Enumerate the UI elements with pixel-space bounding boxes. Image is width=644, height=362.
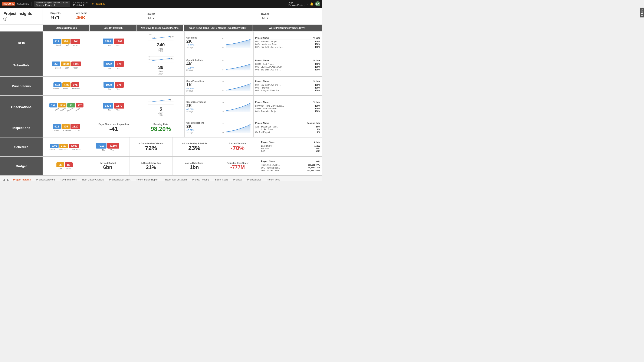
svg-text:2K: 2K: [222, 37, 224, 39]
project-selector[interactable]: Select a Project ▼: [36, 4, 68, 6]
table-row[interactable]: S-004 - Midtown Store 100%: [255, 107, 320, 110]
table-row[interactable]: A01 - Sweetriver Facili... 50%: [255, 125, 320, 128]
projects-stat: Projects 971: [42, 8, 68, 24]
obs-trend-cell[interactable]: Open Observations 2K +3.01% 28 days 2K 2…: [184, 96, 253, 118]
table-row[interactable]: 006 - Arlington Water Tre... 100%: [255, 89, 320, 92]
rfis-status-cell[interactable]: 811 376 1804 Closed Draft Open: [42, 31, 90, 54]
col-header-late: Late Drillthrough: [90, 25, 136, 31]
punch-status-cell[interactable]: 623 476 975 Closed Open Overdue: [42, 77, 90, 95]
budget-status-cell[interactable]: 25 83 Over Under: [42, 157, 86, 175]
owner-filter-value[interactable]: All ∨: [262, 16, 268, 20]
table-row[interactable]: 002 - Healthcare Project 100%: [255, 43, 320, 46]
insp-trend-cell[interactable]: Open Inspections 3K +3.57% 28 days 3K 3K: [184, 118, 253, 137]
rfis-worst-table: Project Name % Late 001 - Education Proj…: [255, 37, 320, 48]
tab-project-dates[interactable]: Project Dates: [245, 177, 264, 181]
punch-late-cell[interactable]: 1099 975 No Yes: [90, 77, 137, 95]
tab-project-insights[interactable]: Project Insights: [11, 177, 34, 181]
late-items-label: Late Items: [75, 12, 87, 15]
tab-root-cause[interactable]: Root Cause Analysis: [80, 177, 106, 181]
table-row[interactable]: TROC/2007/A/001... -703,181,377...: [261, 164, 320, 166]
rfis-avg-value: 240: [157, 42, 165, 48]
svg-text:4K: 4K: [222, 69, 224, 71]
sched-worst-cell[interactable]: Project Name # Late La Cumbre 15362 RefS…: [259, 137, 322, 156]
tab-prev-arrow[interactable]: ◀: [2, 178, 6, 181]
table-row[interactable]: 002 - SW 175th Ave and ... 100%: [255, 68, 320, 71]
user-avatar[interactable]: LK: [315, 1, 320, 6]
company-selector[interactable]: Procore Analytics Demo Company Select a …: [34, 1, 70, 7]
punch-worst-cell[interactable]: Project Name % Late 002 - SW 175th Ave a…: [253, 77, 322, 95]
svg-text:300: 300: [149, 34, 152, 35]
submittals-status-cell[interactable]: 655 3000 1196 Closed Draft Open: [42, 54, 90, 76]
submittals-worst-cell[interactable]: Project Name % Late 00044 - Test Project…: [253, 54, 322, 76]
tab-project-scorecard[interactable]: Project Scorecard: [34, 177, 58, 181]
rfis-avg-cell[interactable]: 240 200 300 240 June2024: [137, 31, 184, 54]
submittals-trend-cell[interactable]: Open Submittals 4K +0.34% 28 days 4K 4K: [184, 54, 253, 76]
owner-filter[interactable]: Owner All ∨: [208, 8, 322, 24]
table-row[interactable]: 005 - Riverrun 100%: [255, 86, 320, 89]
rfis-late-yes: 1393: [114, 38, 124, 44]
page-title-area: Project Insights i: [0, 8, 42, 24]
table-row[interactable]: 11-111 - Erp Tower 0%: [255, 128, 320, 131]
tab-ball-in-court[interactable]: Ball In Court: [212, 177, 230, 181]
project-filter[interactable]: Project All ∨: [94, 8, 208, 24]
chevron-down-icon: ▼: [83, 4, 85, 6]
table-row[interactable]: 001 - DIGITAL PLAN ROOM 100%: [255, 65, 320, 68]
tab-key-influencers[interactable]: Key Influencers: [58, 177, 79, 181]
tab-tool-utilization[interactable]: Project Tool Utilization: [161, 177, 189, 181]
sched-status-cell[interactable]: 6301 2633 40086 Complete In Progress Not…: [42, 137, 86, 156]
obs-status-cell[interactable]: 791 2116 13 137 Closed Initiated Rejecte…: [42, 96, 90, 118]
budget-worst-cell[interactable]: Project Name (+/-) TROC/2007/A/001... -7…: [259, 157, 322, 175]
tab-projects[interactable]: Projects: [231, 177, 244, 181]
info-icon[interactable]: i: [4, 17, 7, 21]
tab-next-arrow[interactable]: ▶: [6, 178, 10, 181]
insp-trend-chart: 3K 3K: [222, 121, 252, 134]
table-row[interactable]: BW-0034 - Pine Grove Estat... 100%: [255, 104, 320, 107]
table-row[interactable]: 000 - Master Contr... -13,561,785.00: [261, 169, 320, 172]
submittals-mini-chart: 50 30 39: [139, 55, 182, 64]
rfis-row: RFIs 811 376 1804 Closed Draft Open 1598…: [0, 31, 322, 54]
submittals-label: Submittals: [0, 54, 42, 76]
sched-late-cell[interactable]: 7913 41107 No Yes: [86, 137, 129, 156]
tools-selector[interactable]: Company Tools Portfolio ▼: [72, 1, 89, 7]
punch-trend-cell[interactable]: Open Punch Item 1K +1.54% 28 days 1K 1K: [184, 77, 253, 95]
table-row[interactable]: CV Test Project 0%: [255, 131, 320, 134]
obs-late-cell[interactable]: 1376 1679 No Yes: [90, 96, 137, 118]
tab-status-report[interactable]: Project Status Report: [133, 177, 161, 181]
table-row[interactable]: 002 - SW 175th Ave and Ke... 100%: [255, 46, 320, 48]
table-row[interactable]: RefServ 4917: [261, 147, 320, 150]
table-row[interactable]: B&B 3021: [261, 150, 320, 153]
column-headers: Status Drillthrough Late Drillthrough Av…: [0, 25, 322, 31]
table-row[interactable]: 002 - SW 175th Ave and ... 100%: [255, 84, 320, 86]
projects-value: 971: [51, 15, 60, 21]
help-icon[interactable]: ?: [306, 2, 308, 5]
punch-items-label: Punch Items: [0, 77, 42, 95]
submittals-late-cell[interactable]: 4272 579 No Yes: [90, 54, 137, 76]
obs-avg-cell[interactable]: 5 4 5 5 June2024: [137, 96, 184, 118]
svg-text:4: 4: [149, 101, 150, 103]
rfis-late-cell[interactable]: 1598 1393 No Yes: [90, 31, 137, 54]
tools-value[interactable]: Portfolio ▼: [73, 4, 88, 6]
table-row[interactable]: 00044 - Test Project 100%: [255, 63, 320, 65]
insp-status-cell[interactable]: 911 325 2320 Closed In Review Open: [42, 118, 90, 137]
project-filter-value[interactable]: All ∨: [148, 16, 154, 20]
submittals-avg-cell[interactable]: 50 30 39 39 June2024: [137, 54, 184, 76]
rfis-trend-cell[interactable]: Open RFIs 2K +2.00% 28 days 2K 2K: [184, 31, 253, 54]
rfis-badges: 811 376 1804: [53, 39, 80, 44]
table-row[interactable]: 001 - Education Project 100%: [255, 110, 320, 113]
insp-worst-cell[interactable]: Project Name Passing Rate A01 - Sweetriv…: [253, 118, 322, 137]
apps-selector[interactable]: Apps Procore Proje...: [288, 1, 305, 6]
submittals-trend-chart: 4K 4K: [222, 59, 252, 71]
tab-health-chart[interactable]: Project Health Chart: [107, 177, 133, 181]
table-row[interactable]: La Cumbre 15362: [261, 144, 320, 147]
obs-trend-chart: 2K 2K: [222, 100, 252, 113]
insp-days-cell: Days Since Last Inspection -41: [90, 118, 137, 137]
tab-trending[interactable]: Project Trending: [190, 177, 212, 181]
table-row[interactable]: 001 - Vortex Busin... -35,973,513.16: [261, 166, 320, 169]
favorites-button[interactable]: ★ Favorites: [92, 2, 105, 5]
notification-icon[interactable]: 🔔: [310, 2, 314, 5]
rfis-worst-cell[interactable]: Project Name % Late 001 - Education Proj…: [253, 31, 322, 54]
obs-worst-cell[interactable]: Project Name % Late BW-0034 - Pine Grove…: [253, 96, 322, 118]
col-header-worst: Worst Performing Projects (by %): [252, 25, 322, 31]
tab-project-venc[interactable]: Project Venc: [264, 177, 282, 181]
table-row[interactable]: 001 - Education Project 100%: [255, 40, 320, 43]
